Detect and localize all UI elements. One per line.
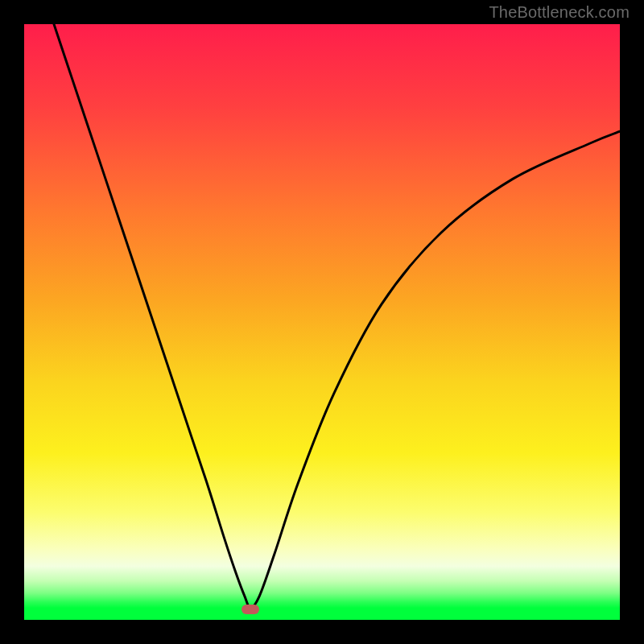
curve-svg: [24, 24, 620, 620]
chart-frame: TheBottleneck.com: [0, 0, 644, 644]
bottleneck-curve: [54, 24, 620, 608]
minimum-marker: [242, 605, 259, 614]
plot-area: [24, 24, 620, 620]
watermark-text: TheBottleneck.com: [489, 3, 630, 22]
